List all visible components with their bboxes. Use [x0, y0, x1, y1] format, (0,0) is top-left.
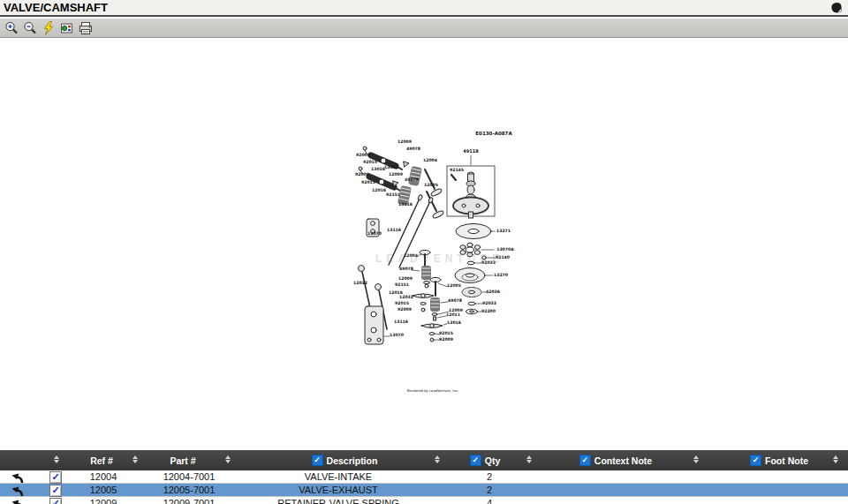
svg-text:12032: 12032	[353, 281, 367, 285]
svg-text:92015: 92015	[361, 180, 375, 184]
svg-text:12009: 12009	[398, 276, 413, 281]
svg-text:92145: 92145	[450, 168, 464, 172]
column-label: Foot Note	[765, 455, 808, 466]
column-label: Part #	[170, 455, 195, 466]
print-button[interactable]	[78, 20, 94, 36]
svg-text:13016: 13016	[447, 320, 461, 325]
row-checkbox[interactable]: ✓	[49, 485, 62, 497]
undo-arrow-icon[interactable]	[11, 471, 24, 483]
cell-ref: 12004	[68, 470, 139, 484]
svg-text:42036: 42036	[486, 290, 500, 294]
svg-text:12009: 12009	[389, 172, 403, 177]
cell-ref: 12005	[68, 484, 139, 497]
undo-arrow-icon[interactable]	[11, 485, 24, 496]
watermark: LEADVENTURE	[375, 252, 504, 265]
parts-diagram[interactable]: 1200949078120049200992015130161301112009…	[349, 128, 552, 403]
app-window: VALVE/CAMSHAFT	[0, 0, 848, 504]
page-title: VALVE/CAMSHAFT	[4, 1, 108, 14]
zoom-out-button[interactable]	[22, 20, 38, 36]
svg-text:12016: 12016	[372, 188, 386, 192]
diagram-shapes	[359, 147, 496, 344]
svg-text:13011: 13011	[384, 165, 398, 169]
sort-icon[interactable]	[131, 455, 139, 463]
cell-description: VALVE-INTAKE	[259, 470, 418, 484]
svg-text:12032: 12032	[399, 295, 413, 299]
svg-text:92151: 92151	[395, 282, 409, 287]
table-row[interactable]: ✓ 12004 12004-7001 VALVE-INTAKE 2	[0, 470, 848, 484]
lightning-button[interactable]	[41, 20, 57, 36]
cell-ref: 12009	[68, 497, 139, 504]
page-flip-icon[interactable]	[829, 1, 844, 15]
column-header-foot-note[interactable]: ✓ Foot Note	[708, 450, 848, 470]
svg-text:13116: 13116	[398, 202, 413, 207]
svg-text:49078: 49078	[448, 298, 462, 303]
cell-context-note	[545, 497, 686, 504]
column-label: Qty	[485, 455, 501, 466]
qty-checkbox[interactable]: ✓	[470, 455, 481, 466]
svg-text:13270: 13270	[494, 273, 508, 277]
svg-text:13116: 13116	[394, 320, 408, 324]
svg-text:92200: 92200	[481, 309, 496, 313]
sort-icon[interactable]	[223, 455, 231, 463]
sort-icon[interactable]	[692, 455, 700, 463]
lightning-icon	[42, 21, 56, 35]
column-header-part[interactable]: Part #	[148, 450, 218, 470]
zoom-in-button[interactable]	[4, 20, 19, 36]
svg-text:E0130-A087A: E0130-A087A	[475, 131, 512, 136]
zoom-in-icon	[4, 21, 19, 35]
cell-part: 12004-7001	[154, 470, 224, 484]
column-header-description[interactable]: ✓ Description	[265, 450, 424, 470]
svg-text:92015: 92015	[363, 160, 377, 164]
svg-text:49078: 49078	[399, 267, 413, 271]
svg-text:13016: 13016	[371, 167, 385, 171]
row-checkbox[interactable]: ✓	[49, 471, 62, 484]
hotspots-button[interactable]	[59, 20, 75, 36]
svg-text:92015: 92015	[395, 301, 409, 305]
svg-text:92015: 92015	[439, 331, 453, 335]
column-label: Description	[327, 455, 378, 466]
svg-text:49078: 49078	[406, 147, 420, 151]
svg-text:92151: 92151	[386, 192, 400, 197]
zoom-out-icon	[23, 21, 37, 35]
cell-description: RETAINER-VALVE SPRING	[259, 497, 418, 504]
column-header-context-note[interactable]: ✓ Context Note	[545, 450, 686, 470]
svg-text:92009: 92009	[355, 172, 369, 177]
cell-qty: 2	[454, 484, 525, 497]
row-checkbox[interactable]: ✓	[49, 498, 62, 504]
page-flip-icon-glyph	[829, 1, 844, 14]
svg-text:92033: 92033	[482, 301, 496, 305]
cell-part: 12009-7001	[154, 497, 224, 504]
sort-icon[interactable]	[433, 455, 441, 463]
svg-text:49118: 49118	[463, 148, 479, 154]
svg-text:92009: 92009	[439, 337, 453, 342]
description-checkbox[interactable]: ✓	[312, 455, 323, 466]
sort-icon[interactable]	[52, 455, 60, 463]
cell-part: 12005-7001	[154, 484, 224, 497]
sort-icon[interactable]	[525, 455, 533, 463]
table-body: ✓ 12004 12004-7001 VALVE-INTAKE 2 ✓ 1200…	[0, 470, 848, 504]
svg-text:13116: 13116	[387, 228, 401, 232]
cell-foot-note	[708, 484, 848, 497]
column-label: Context Note	[594, 455, 652, 466]
table-row[interactable]: ✓ 12005 12005-7001 VALVE-EXHAUST 2	[0, 484, 848, 497]
print-icon	[79, 21, 93, 35]
foot-note-checkbox[interactable]: ✓	[750, 455, 761, 466]
svg-text:12004: 12004	[423, 158, 437, 162]
column-header-qty[interactable]: ✓ Qty	[450, 450, 520, 470]
column-header-ref[interactable]: Ref #	[66, 450, 137, 470]
table-row[interactable]: ✓ 12009 12009-7001 RETAINER-VALVE SPRING…	[0, 497, 848, 504]
cell-qty: 2	[454, 470, 525, 484]
sort-icon[interactable]	[831, 455, 839, 463]
undo-arrow-icon[interactable]	[11, 498, 24, 504]
svg-text:92009: 92009	[356, 153, 370, 157]
svg-text:Rendered by LeadVenture, Inc.: Rendered by LeadVenture, Inc.	[407, 388, 458, 393]
svg-text:12011: 12011	[446, 312, 460, 317]
cell-context-note	[545, 484, 686, 497]
cell-foot-note	[708, 470, 848, 484]
column-label: Ref #	[90, 455, 113, 466]
svg-text:13070: 13070	[367, 231, 382, 236]
svg-text:13070A: 13070A	[496, 247, 514, 252]
context-note-checkbox[interactable]: ✓	[579, 455, 591, 466]
svg-text:92009: 92009	[398, 307, 412, 312]
cell-context-note	[545, 470, 686, 484]
